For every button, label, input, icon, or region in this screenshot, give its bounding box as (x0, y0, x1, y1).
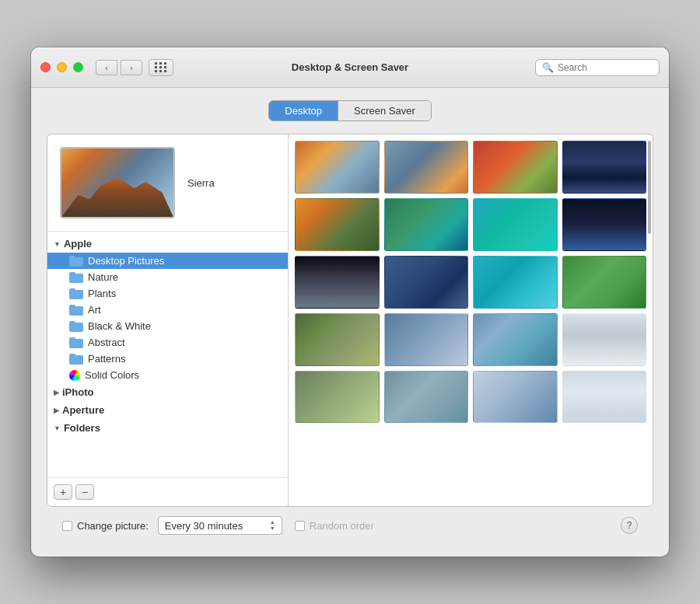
random-order-label: Random order (310, 520, 374, 532)
nav-buttons: ‹ › (96, 60, 142, 75)
folder-icon (69, 337, 83, 348)
image-cell[interactable] (295, 371, 380, 424)
forward-button[interactable]: › (121, 60, 142, 75)
maximize-button[interactable] (73, 62, 83, 72)
image-cell[interactable] (562, 198, 647, 251)
bottom-bar: Change picture: Every 30 minutes ▲ ▼ Ran… (47, 507, 653, 543)
search-box[interactable]: 🔍 (535, 59, 660, 76)
sidebar-item-label: Nature (88, 271, 118, 283)
titlebar: ‹ › Desktop & Screen Saver 🔍 (31, 47, 669, 88)
image-cell[interactable] (384, 313, 469, 366)
change-picture-checkbox[interactable] (62, 521, 72, 531)
help-button[interactable]: ? (621, 517, 638, 534)
folder-icon (69, 256, 83, 267)
main-window: ‹ › Desktop & Screen Saver 🔍 Desktop Scr… (31, 47, 669, 556)
sidebar-item-desktop-pictures[interactable]: Desktop Pictures (47, 253, 288, 269)
folder-icon (69, 272, 83, 283)
source-section-iphoto[interactable]: ▶ iPhoto (47, 383, 288, 401)
sidebar-item-patterns[interactable]: Patterns (47, 351, 288, 367)
image-grid-panel (289, 134, 653, 506)
sidebar-item-label: Art (88, 304, 101, 316)
sidebar-item-black-white[interactable]: Black & White (47, 318, 288, 334)
image-cell[interactable] (562, 313, 647, 366)
image-cell[interactable] (295, 313, 380, 366)
grid-icon (155, 62, 167, 72)
image-grid (295, 141, 646, 423)
image-cell[interactable] (562, 256, 647, 309)
folder-icon (69, 305, 83, 316)
minimize-button[interactable] (57, 62, 67, 72)
search-input[interactable] (558, 62, 653, 73)
color-wheel-icon (69, 370, 80, 381)
change-picture-label: Change picture: (77, 520, 149, 532)
select-arrows-icon: ▲ ▼ (270, 519, 275, 531)
add-button[interactable]: + (54, 484, 72, 500)
tab-screen-saver[interactable]: Screen Saver (338, 101, 431, 120)
expand-arrow-icon: ▼ (54, 240, 61, 248)
image-cell[interactable] (384, 256, 469, 309)
expand-arrow-icon: ▶ (54, 407, 59, 414)
folders-section-label: Folders (64, 422, 100, 434)
image-cell[interactable] (384, 141, 469, 194)
image-cell[interactable] (295, 141, 380, 194)
sidebar-item-nature[interactable]: Nature (47, 269, 288, 285)
tab-desktop[interactable]: Desktop (269, 101, 338, 120)
random-order-control: Random order (295, 520, 374, 532)
folder-icon (69, 354, 83, 365)
search-icon: 🔍 (542, 62, 554, 73)
folder-icon (69, 288, 83, 299)
expand-arrow-icon: ▼ (54, 424, 61, 432)
scrollbar-track[interactable] (646, 134, 653, 506)
folder-icon (69, 321, 83, 332)
window-title: Desktop & Screen Saver (292, 61, 408, 73)
interval-select[interactable]: Every 30 minutes ▲ ▼ (158, 516, 282, 534)
main-panel: Sierra ▼ Apple Desktop Pictures (47, 134, 653, 507)
image-cell[interactable] (473, 313, 558, 366)
sidebar-item-label: Patterns (88, 353, 125, 365)
source-section-apple[interactable]: ▼ Apple (47, 235, 288, 253)
sidebar-item-solid-colors[interactable]: Solid Colors (47, 367, 288, 383)
image-cell[interactable] (384, 198, 469, 251)
image-cell[interactable] (562, 141, 647, 194)
sidebar-item-art[interactable]: Art (47, 302, 288, 318)
preview-sidebar: Sierra ▼ Apple Desktop Pictures (47, 134, 289, 506)
apple-section-label: Apple (64, 238, 92, 250)
remove-button[interactable]: − (75, 484, 94, 500)
image-cell[interactable] (473, 198, 558, 251)
image-cell[interactable] (473, 141, 558, 194)
aperture-section-label: Aperture (62, 404, 104, 416)
sidebar-item-label: Abstract (88, 337, 125, 348)
sidebar-item-label: Desktop Pictures (88, 255, 164, 267)
preview-name: Sierra (187, 177, 215, 189)
preview-thumbnail (60, 147, 175, 218)
change-picture-control: Change picture: (62, 520, 149, 532)
tab-bar: Desktop Screen Saver (47, 100, 653, 121)
image-cell[interactable] (562, 371, 647, 424)
sidebar-footer: + − (47, 477, 288, 506)
back-button[interactable]: ‹ (96, 60, 117, 75)
image-cell[interactable] (384, 371, 469, 424)
preview-image (61, 148, 173, 217)
grid-view-button[interactable] (149, 59, 173, 76)
source-section-folders[interactable]: ▼ Folders (47, 419, 288, 437)
content-area: Desktop Screen Saver Sierra (31, 88, 669, 556)
image-cell[interactable] (295, 198, 380, 251)
random-order-checkbox[interactable] (295, 521, 305, 531)
traffic-lights (40, 62, 83, 72)
source-list: ▼ Apple Desktop Pictures (47, 232, 288, 477)
iphoto-section-label: iPhoto (62, 386, 93, 398)
mountain-graphic (61, 173, 173, 217)
close-button[interactable] (40, 62, 51, 72)
image-cell[interactable] (473, 256, 558, 309)
sidebar-item-label: Solid Colors (85, 369, 139, 381)
image-cell[interactable] (473, 371, 558, 424)
sidebar-item-plants[interactable]: Plants (47, 285, 288, 302)
source-section-aperture[interactable]: ▶ Aperture (47, 401, 288, 419)
scrollbar-thumb[interactable] (648, 141, 651, 234)
interval-value: Every 30 minutes (165, 520, 267, 532)
tab-group: Desktop Screen Saver (268, 100, 431, 121)
sidebar-item-label: Black & White (88, 320, 151, 332)
sidebar-item-abstract[interactable]: Abstract (47, 334, 288, 351)
preview-area: Sierra (47, 134, 288, 232)
image-cell[interactable] (295, 256, 380, 309)
